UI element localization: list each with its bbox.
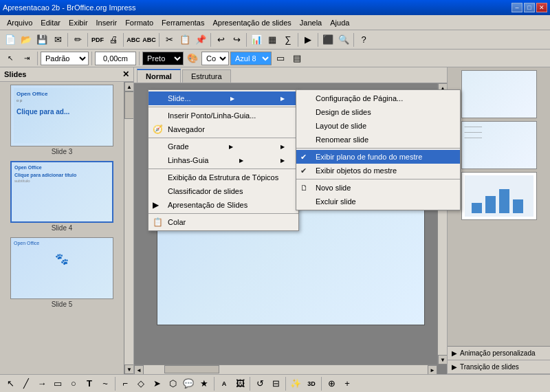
slide-thumb-3[interactable]: Open Office o p Clique para ad... Slide … (3, 85, 121, 155)
draw-flowchart[interactable]: ⬡ (165, 376, 180, 391)
email-button[interactable]: ✉ (50, 32, 65, 47)
show-button[interactable]: ▶ (300, 32, 316, 47)
sub-layout[interactable]: Layout de slide (296, 119, 460, 133)
tab-normal[interactable]: Normal (137, 69, 181, 83)
maximize-button[interactable]: □ (524, 3, 535, 12)
ctx-grade[interactable]: Grade ▶ (148, 140, 298, 153)
h-scroll-track[interactable] (144, 365, 428, 374)
shadow-button[interactable]: ▤ (289, 51, 305, 66)
menu-janela[interactable]: Janela (296, 17, 326, 28)
minimize-button[interactable]: – (512, 3, 522, 12)
sub-exibir-objetos[interactable]: ✔ Exibir objetos do mestre (296, 164, 460, 177)
spellcheck-button[interactable]: ABC (126, 32, 141, 47)
tab-estrutura[interactable]: Estrutura (182, 69, 231, 83)
h-scrollbar[interactable]: ◄ ► (134, 364, 437, 374)
slides-panel-close[interactable]: ✕ (122, 69, 129, 79)
ctx-linhas-guia[interactable]: Linhas-Guia ▶ (148, 153, 298, 167)
open-button[interactable]: 📂 (19, 32, 34, 47)
menu-inserir[interactable]: Inserir (92, 17, 122, 28)
sub-exibir-fundo[interactable]: ✔ Exibir plano de fundo do mestre (296, 150, 460, 164)
menu-editar[interactable]: Editar (36, 17, 65, 28)
slide-thumb-5[interactable]: Open Office 🐾 Slide 5 (3, 237, 121, 308)
select-button[interactable]: ↖ (3, 51, 18, 66)
draw-curves[interactable]: ~ (98, 376, 113, 391)
v-scroll-down[interactable]: ▼ (438, 355, 447, 364)
menu-ferramentas[interactable]: Ferramentas (157, 17, 208, 28)
cut-button[interactable]: ✂ (162, 32, 177, 47)
copy-button[interactable]: 📋 (177, 32, 192, 47)
scroll-left-btn[interactable]: ◄ (134, 365, 144, 374)
paste-button[interactable]: 📌 (193, 32, 208, 47)
h-scroll-thumb[interactable] (164, 365, 219, 373)
sub-excluir[interactable]: Excluir slide (296, 195, 460, 208)
transition-panel-toggle[interactable]: ▶ Transição de slides (448, 360, 550, 374)
3d-button[interactable]: 3D (304, 376, 319, 391)
ctx-colar[interactable]: 📋 Colar (148, 215, 298, 229)
tab-insert[interactable]: + (340, 376, 355, 391)
ctx-apresentacao[interactable]: ▶ Apresentação de Slides (148, 198, 298, 212)
fill-type-dropdown[interactable]: Cor (201, 52, 229, 65)
pdf-button[interactable]: PDF (90, 32, 105, 47)
fill-color-dropdown[interactable]: Azul 8 (230, 52, 272, 65)
draw-callouts[interactable]: 💬 (181, 376, 196, 391)
zoom-button[interactable]: 🔍 (336, 32, 351, 47)
right-slide-3[interactable] (461, 172, 537, 220)
undo-button[interactable]: ↩ (213, 32, 228, 47)
formula-button[interactable]: ∑ (280, 32, 296, 47)
sub-novo-slide[interactable]: 🗋 Novo slide (296, 181, 460, 195)
ctx-classificador[interactable]: Classificador de slides (148, 184, 298, 198)
color-dropdown[interactable]: Preto (142, 52, 184, 65)
menu-formato[interactable]: Formato (121, 17, 157, 28)
tab-stop[interactable]: ⊕ (324, 376, 339, 391)
table-button[interactable]: ▦ (265, 32, 280, 47)
ctx-slide[interactable]: Slide... ▶ (148, 91, 298, 105)
print-button[interactable]: 🖨 (106, 32, 121, 47)
menu-apresentacao[interactable]: Apresentação de slides (208, 17, 295, 28)
sub-renomear[interactable]: Renomear slide (296, 133, 460, 146)
menu-exibir[interactable]: Exibir (65, 17, 92, 28)
draw-fontwork[interactable]: A (217, 376, 232, 391)
draw-line[interactable]: ╱ (19, 376, 34, 391)
sub-design[interactable]: Design de slides (296, 105, 460, 119)
scroll-right-btn[interactable]: ► (428, 365, 437, 374)
right-slide-1[interactable] (461, 70, 537, 118)
menu-arquivo[interactable]: Arquivo (3, 17, 36, 28)
right-slide-2[interactable]: ────── ────── ────── (461, 121, 537, 169)
draw-block-arrows[interactable]: ➤ (149, 376, 164, 391)
draw-select[interactable]: ↖ (3, 376, 18, 391)
draw-rotate[interactable]: ↺ (252, 376, 267, 391)
help-button[interactable]: ? (356, 32, 371, 47)
ctx-exibicao[interactable]: Exibição da Estrutura de Tópicos (148, 171, 298, 184)
effects-button[interactable]: ✨ (288, 376, 303, 391)
new-button[interactable]: 📄 (3, 32, 18, 47)
scroll-down-btn[interactable]: ▼ (124, 364, 133, 374)
ctx-navegador[interactable]: 🧭 Navegador (148, 122, 298, 136)
scroll-track[interactable] (124, 91, 133, 364)
scroll-thumb[interactable] (124, 91, 133, 119)
slide-thumb-4[interactable]: Open Office Clique para adicionar título… (3, 161, 121, 232)
slides-scrollbar[interactable]: ▲ ▼ (124, 82, 133, 374)
position-input[interactable]: 0,00cm (95, 52, 136, 65)
draw-image[interactable]: 🖼 (232, 376, 248, 391)
animation-panel-toggle[interactable]: ▶ Animação personalizada (448, 347, 550, 360)
style-dropdown[interactable]: Padrão (41, 52, 89, 65)
sub-config-pagina[interactable]: Configuração de Página... (296, 91, 460, 105)
tab-order-button[interactable]: ⇥ (19, 51, 34, 66)
close-button[interactable]: ✕ (536, 3, 547, 12)
edit-button[interactable]: ✏ (70, 32, 85, 47)
draw-arrow[interactable]: → (34, 376, 50, 391)
draw-text[interactable]: T (82, 376, 97, 391)
draw-ellipse[interactable]: ○ (66, 376, 81, 391)
nav-button[interactable]: ⬛ (320, 32, 336, 47)
menu-ajuda[interactable]: Ajuda (326, 17, 353, 28)
ctx-inserir-guia[interactable]: Inserir Ponto/Linha-Guia... (148, 109, 298, 122)
draw-connector[interactable]: ⌐ (118, 376, 133, 391)
chart-button[interactable]: 📊 (249, 32, 264, 47)
redo-button[interactable]: ↪ (229, 32, 244, 47)
draw-rect[interactable]: ▭ (50, 376, 65, 391)
scroll-up-btn[interactable]: ▲ (124, 82, 133, 91)
draw-stars[interactable]: ★ (197, 376, 212, 391)
spellcheck2-button[interactable]: ABC (142, 32, 157, 47)
draw-shapes[interactable]: ◇ (133, 376, 148, 391)
draw-align[interactable]: ⊟ (268, 376, 283, 391)
